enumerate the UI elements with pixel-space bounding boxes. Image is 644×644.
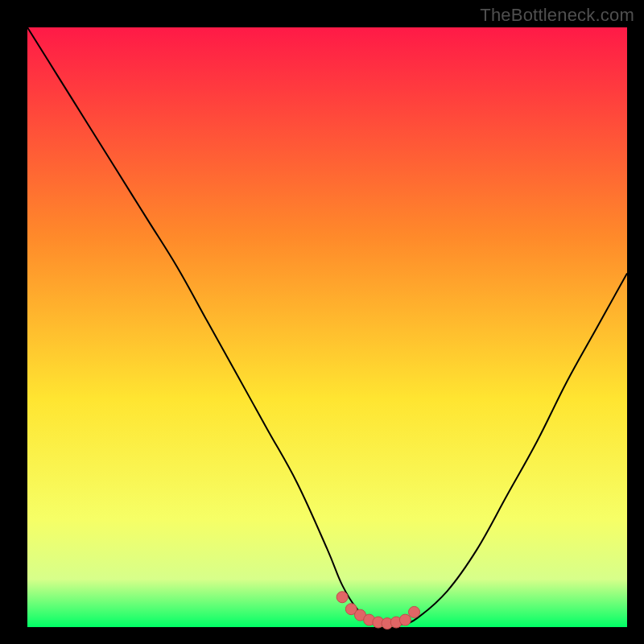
bottleneck-plot — [0, 0, 644, 644]
chart-stage: TheBottleneck.com — [0, 0, 644, 644]
optimal-marker — [336, 592, 348, 603]
watermark-text: TheBottleneck.com — [480, 5, 634, 26]
optimal-marker — [399, 614, 411, 625]
gradient-background — [27, 27, 627, 627]
optimal-marker — [409, 606, 420, 617]
